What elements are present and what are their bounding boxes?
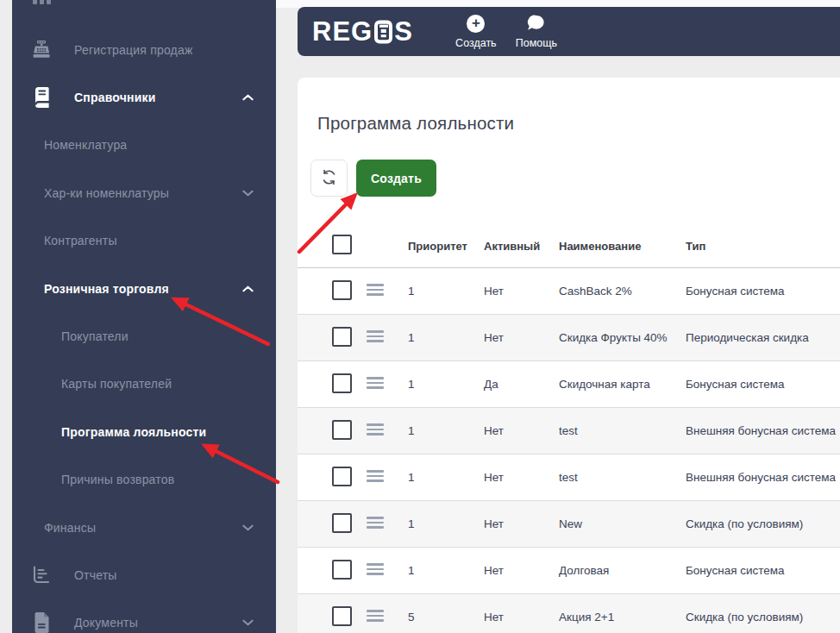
sidebar-item-return-reasons[interactable]: Причины возвратов — [12, 456, 276, 504]
cell-active: Нет — [484, 517, 559, 530]
column-header-type: Тип — [686, 240, 840, 253]
row-checkbox[interactable] — [332, 467, 352, 486]
row-checkbox[interactable] — [332, 513, 352, 533]
sidebar-item-customers[interactable]: Покупатели — [12, 312, 276, 360]
loyalty-table: Приоритет Активный Наименование Тип 1 Не… — [298, 224, 840, 633]
cell-priority: 1 — [408, 564, 484, 577]
sidebar-item-directories[interactable]: Справочники — [12, 73, 276, 121]
cell-type: Бонусная система — [686, 285, 840, 298]
table-row[interactable]: 1 Нет CashBack 2% Бонусная система — [298, 268, 840, 315]
cell-name: test — [559, 471, 686, 484]
cell-type: Бонусная система — [686, 378, 840, 391]
cell-active: Нет — [484, 331, 559, 344]
sidebar-item-label: Финансы — [44, 521, 96, 535]
table-row[interactable]: 1 Нет Скидка Фрукты 40% Периодическая ск… — [298, 315, 840, 361]
column-header-priority: Приоритет — [408, 240, 484, 253]
logo-text-right: S — [394, 16, 413, 47]
refresh-icon — [321, 169, 337, 188]
select-all-checkbox[interactable] — [332, 235, 352, 254]
sidebar-item-label: Контрагенты — [44, 234, 117, 248]
sidebar-nav: Регистрация продаж Справочники Номенклат… — [12, 26, 276, 633]
chevron-up-icon — [242, 285, 254, 292]
drag-handle-icon[interactable] — [367, 374, 384, 392]
cell-type: Скидка (по условиям) — [686, 611, 840, 624]
topbar: REGS + Создать Помощь — [298, 7, 840, 56]
sidebar-item-sales-registration[interactable]: Регистрация продаж — [12, 26, 276, 73]
sidebar-item-label: Покупатели — [61, 329, 129, 343]
table-row[interactable]: 1 Да Скидочная карта Бонусная система — [298, 361, 840, 408]
drag-handle-icon[interactable] — [367, 281, 384, 298]
row-checkbox[interactable] — [332, 420, 352, 440]
cell-active: Нет — [484, 471, 559, 484]
sidebar-item-label: Хар-ки номенклатуры — [44, 186, 169, 200]
cell-priority: 1 — [408, 424, 484, 437]
sidebar-item-documents[interactable]: Документы — [12, 599, 276, 633]
sidebar-item-label: Регистрация продаж — [74, 43, 193, 57]
sidebar-item-contractors[interactable]: Контрагенты — [12, 217, 276, 265]
cell-priority: 1 — [408, 378, 484, 391]
row-checkbox[interactable] — [332, 280, 352, 300]
drag-handle-icon[interactable] — [367, 328, 384, 345]
topbar-create-button[interactable]: + Создать — [446, 15, 506, 49]
sidebar-item-nomenclature[interactable]: Номенклатура — [12, 122, 276, 169]
cell-priority: 1 — [408, 285, 484, 298]
cell-priority: 5 — [408, 611, 484, 624]
sidebar-item-label: Розничная торговля — [44, 282, 169, 296]
cell-type: Бонусная система — [686, 564, 840, 577]
sidebar-item-reports[interactable]: Отчеты — [12, 551, 276, 599]
sidebar-item-label: Карты покупателей — [61, 377, 172, 391]
drag-handle-icon[interactable] — [367, 514, 384, 531]
chevron-down-icon — [242, 190, 254, 197]
sidebar-item-retail[interactable]: Розничная торговля — [12, 265, 276, 312]
column-header-active: Активный — [484, 240, 559, 253]
cell-priority: 1 — [408, 517, 484, 530]
sidebar-item-customer-cards[interactable]: Карты покупателей — [12, 360, 276, 408]
logo-o-glyph — [374, 20, 392, 43]
table-row[interactable]: 1 Нет test Внешняя бонусная система — [298, 454, 840, 501]
refresh-button[interactable] — [310, 160, 348, 197]
table-row[interactable]: 1 Нет test Внешняя бонусная система — [298, 408, 840, 454]
topbar-action-label: Помощь — [516, 37, 557, 49]
cell-name: test — [559, 424, 686, 437]
book-icon — [29, 86, 53, 109]
document-icon — [29, 611, 53, 633]
drag-handle-icon[interactable] — [367, 421, 384, 438]
cell-name: Скидка Фрукты 40% — [559, 331, 686, 344]
row-checkbox[interactable] — [332, 606, 352, 626]
plus-circle-icon: + — [467, 15, 485, 34]
sidebar-item-label: Причины возвратов — [61, 473, 174, 486]
sidebar: Регистрация продаж Справочники Номенклат… — [12, 0, 276, 633]
column-header-name: Наименование — [559, 240, 686, 253]
row-checkbox[interactable] — [332, 327, 352, 347]
row-checkbox[interactable] — [332, 560, 352, 580]
sidebar-item-finance[interactable]: Финансы — [12, 504, 276, 551]
sidebar-item-label: Отчеты — [74, 568, 117, 582]
cell-priority: 1 — [408, 471, 484, 484]
cell-active: Нет — [484, 564, 559, 577]
chat-bubble-icon — [525, 15, 547, 34]
drag-handle-icon[interactable] — [367, 561, 384, 578]
table-row[interactable]: 1 Нет New Скидка (по условиям) — [298, 501, 840, 548]
table-row[interactable]: 1 Нет Долговая Бонусная система — [298, 548, 840, 594]
cash-register-icon — [29, 39, 53, 60]
drag-handle-icon[interactable] — [367, 607, 384, 624]
sidebar-item-nomenclature-properties[interactable]: Хар-ки номенклатуры — [12, 169, 276, 216]
reports-icon — [29, 565, 53, 586]
cell-active: Нет — [484, 424, 559, 437]
create-button[interactable]: Создать — [356, 160, 436, 197]
sidebar-item-label: Справочники — [74, 91, 156, 104]
topbar-help-button[interactable]: Помощь — [506, 15, 567, 49]
chevron-down-icon — [242, 619, 254, 626]
cell-type: Внешняя бонусная система — [686, 471, 840, 484]
drag-handle-icon[interactable] — [367, 467, 384, 485]
regos-logo[interactable]: REGS — [312, 16, 413, 47]
row-checkbox[interactable] — [332, 373, 352, 393]
table-header: Приоритет Активный Наименование Тип — [298, 224, 840, 268]
cell-type: Периодическая скидка — [686, 331, 840, 344]
cell-active: Нет — [484, 285, 559, 298]
table-row[interactable]: 5 Нет Акция 2+1 Скидка (по условиям) — [298, 594, 840, 633]
cell-type: Внешняя бонусная система — [686, 424, 840, 437]
cell-priority: 1 — [408, 331, 484, 344]
sidebar-item-loyalty-program[interactable]: Программа лояльности — [12, 408, 276, 455]
clipped-top-icon — [33, 0, 51, 4]
